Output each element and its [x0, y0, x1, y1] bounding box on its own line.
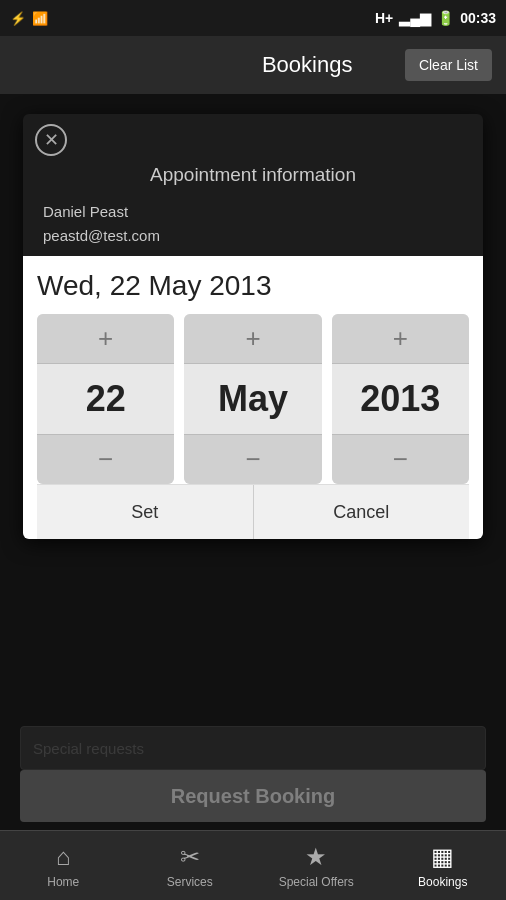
home-label: Home [47, 875, 79, 889]
modal-close-row: ✕ [23, 114, 483, 160]
day-decrement-button[interactable]: − [37, 434, 174, 484]
modal-backdrop: ✕ Appointment information Daniel Peast p… [0, 94, 506, 830]
special-offers-label: Special Offers [279, 875, 354, 889]
bookings-icon: ▦ [431, 843, 454, 871]
day-value: 22 [37, 364, 174, 434]
bookings-label: Bookings [418, 875, 467, 889]
status-right: H+ ▂▄▆ 🔋 00:33 [375, 10, 496, 26]
user-name: Daniel Peast [43, 200, 463, 224]
nav-item-services[interactable]: ✂ Services [127, 831, 254, 900]
year-picker-col: + 2013 − [332, 314, 469, 484]
battery-icon: 🔋 [437, 10, 454, 26]
page-title: Bookings [209, 52, 404, 78]
wifi-icon: 📶 [32, 11, 48, 26]
month-picker-col: + May − [184, 314, 321, 484]
nav-item-home[interactable]: ⌂ Home [0, 831, 127, 900]
cancel-button[interactable]: Cancel [254, 485, 470, 539]
appointment-modal: ✕ Appointment information Daniel Peast p… [23, 114, 483, 539]
day-picker-col: + 22 − [37, 314, 174, 484]
status-bar: ⚡ 📶 H+ ▂▄▆ 🔋 00:33 [0, 0, 506, 36]
special-offers-icon: ★ [305, 843, 327, 871]
signal-bars: ▂▄▆ [399, 10, 431, 26]
year-decrement-button[interactable]: − [332, 434, 469, 484]
month-value: May [184, 364, 321, 434]
services-label: Services [167, 875, 213, 889]
set-button[interactable]: Set [37, 485, 254, 539]
close-icon[interactable]: ✕ [35, 124, 67, 156]
nav-item-bookings[interactable]: ▦ Bookings [380, 831, 507, 900]
clear-list-button[interactable]: Clear List [405, 49, 492, 81]
year-value: 2013 [332, 364, 469, 434]
network-icon: H+ [375, 10, 393, 26]
nav-item-special-offers[interactable]: ★ Special Offers [253, 831, 380, 900]
home-icon: ⌂ [56, 843, 71, 871]
clock: 00:33 [460, 10, 496, 26]
modal-actions: Set Cancel [37, 484, 469, 539]
month-increment-button[interactable]: + [184, 314, 321, 364]
year-increment-button[interactable]: + [332, 314, 469, 364]
picker-columns: + 22 − + May − + 2013 − [37, 314, 469, 484]
day-increment-button[interactable]: + [37, 314, 174, 364]
modal-title: Appointment information [23, 160, 483, 196]
user-email: peastd@test.com [43, 224, 463, 248]
month-decrement-button[interactable]: − [184, 434, 321, 484]
services-icon: ✂ [180, 843, 200, 871]
date-display: Wed, 22 May 2013 [37, 270, 469, 314]
bottom-nav: ⌂ Home ✂ Services ★ Special Offers ▦ Boo… [0, 830, 506, 900]
header: Bookings Clear List [0, 36, 506, 94]
status-left: ⚡ 📶 [10, 11, 48, 26]
date-picker-container: Wed, 22 May 2013 + 22 − + May − + 201 [23, 256, 483, 539]
user-info: Daniel Peast peastd@test.com [23, 196, 483, 256]
usb-icon: ⚡ [10, 11, 26, 26]
